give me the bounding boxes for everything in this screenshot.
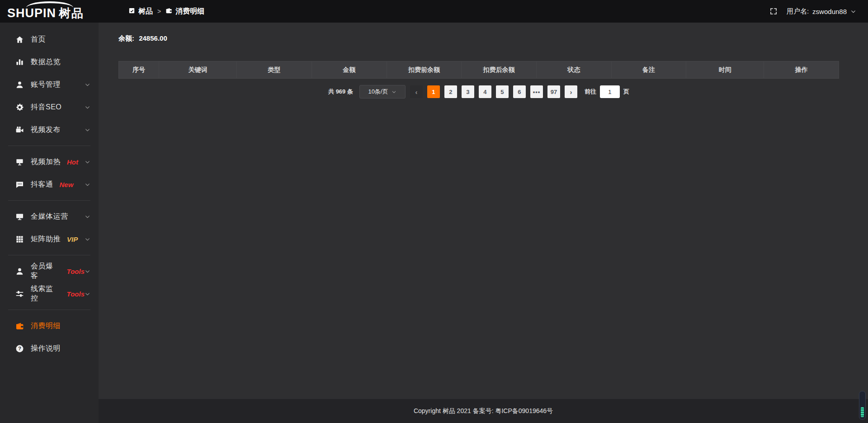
balance-value: 24856.00: [139, 34, 167, 42]
page-ellipsis-button[interactable]: •••: [530, 85, 543, 98]
breadcrumb-label: 消费明细: [175, 7, 204, 16]
pagination: 共 969 条 10条/页 ‹ 123456•••97 › 前往 页: [118, 85, 839, 99]
page-button-5[interactable]: 5: [496, 85, 509, 98]
page-button-97[interactable]: 97: [547, 85, 560, 98]
column-header-状态: 状态: [536, 61, 611, 79]
sidebar-item-视频发布[interactable]: 视频发布: [0, 118, 99, 141]
sidebar-item-label: 账号管理: [31, 80, 61, 89]
sidebar-item-视频加热[interactable]: 视频加热Hot: [0, 150, 99, 173]
svg-text:?: ?: [18, 346, 21, 351]
wallet-icon: [165, 7, 172, 16]
column-header-序号: 序号: [119, 61, 159, 79]
sidebar-item-抖客通[interactable]: 抖客通New: [0, 173, 99, 196]
chevron-down-icon: [85, 214, 90, 220]
sidebar-item-label: 视频加热: [31, 157, 61, 167]
chevron-down-icon: [85, 236, 90, 242]
chevron-down-icon: [85, 159, 90, 165]
wallet-icon: [15, 322, 24, 330]
sidebar-item-label: 抖音SEO: [31, 103, 61, 112]
sidebar-item-badge: Tools: [67, 290, 85, 298]
home-icon: [15, 35, 24, 44]
column-header-操作: 操作: [764, 61, 839, 79]
topbar-right: 用户名: zswodun88: [769, 7, 868, 16]
next-page-button[interactable]: ›: [565, 85, 577, 98]
sidebar-item-label: 消费明细: [31, 321, 61, 331]
footer: Copyright 树品 2021 备案号: 粤ICP备09019646号: [99, 399, 868, 423]
sidebar-item-操作说明[interactable]: ?操作说明: [0, 337, 99, 360]
sidebar-divider: [8, 146, 90, 146]
page-button-6[interactable]: 6: [513, 85, 526, 98]
sidebar-item-首页[interactable]: 首页: [0, 28, 99, 51]
sidebar-item-label: 线索监控: [31, 284, 61, 303]
column-header-类型: 类型: [237, 61, 312, 79]
balance-label: 余额:: [118, 34, 134, 42]
floating-service-widget[interactable]: [859, 391, 866, 420]
sidebar-item-账号管理[interactable]: 账号管理: [0, 73, 99, 96]
bar-chart-icon: [15, 58, 24, 66]
page-button-2[interactable]: 2: [444, 85, 457, 98]
sidebar-item-badge: VIP: [67, 235, 78, 243]
user-menu[interactable]: 用户名: zswodun88: [787, 7, 856, 16]
page-buttons: 123456•••97: [427, 85, 560, 98]
chevron-down-icon: [85, 104, 90, 110]
sliders-icon: [15, 290, 24, 298]
breadcrumb: 树品>消费明细: [128, 7, 204, 16]
sidebar-item-label: 会员爆客: [31, 262, 61, 281]
chevron-down-icon: [85, 127, 90, 133]
logo-arc-decoration: [26, 1, 73, 8]
sidebar-item-badge: Hot: [67, 158, 78, 166]
sidebar-item-会员爆客[interactable]: 会员爆客Tools: [0, 260, 99, 282]
goto-page: 前往 页: [585, 85, 629, 98]
sidebar-item-label: 矩阵助推: [31, 235, 61, 244]
page-size-select[interactable]: 10条/页: [359, 85, 406, 99]
sidebar-item-矩阵助推[interactable]: 矩阵助推VIP: [0, 228, 99, 250]
screen-icon: [15, 158, 24, 166]
sidebar-item-消费明细[interactable]: 消费明细: [0, 315, 99, 337]
chevron-down-icon: [85, 291, 90, 297]
page-button-1[interactable]: 1: [427, 85, 440, 98]
consumption-table: 序号关键词类型金额扣费前余额扣费后余额状态备注时间操作: [118, 61, 839, 79]
sidebar-divider: [8, 200, 90, 201]
sidebar-item-抖音SEO[interactable]: 抖音SEO: [0, 96, 99, 118]
sidebar: 首页数据总览账号管理抖音SEO视频发布视频加热Hot抖客通New全媒体运营矩阵助…: [0, 23, 99, 423]
sidebar-item-全媒体运营[interactable]: 全媒体运营: [0, 205, 99, 228]
chevron-down-icon: [85, 268, 90, 274]
question-circle-icon: ?: [15, 344, 24, 353]
chevron-down-icon: [85, 182, 90, 188]
user-icon: [15, 80, 24, 89]
page-size-value: 10条/页: [368, 88, 388, 96]
sidebar-item-label: 全媒体运营: [31, 212, 68, 221]
username-label: 用户名:: [787, 7, 809, 16]
column-header-扣费后余额: 扣费后余额: [462, 61, 537, 79]
column-header-关键词: 关键词: [159, 61, 237, 79]
chevron-down-icon: [392, 89, 396, 94]
goto-suffix: 页: [623, 88, 629, 96]
page-button-3[interactable]: 3: [462, 85, 474, 98]
logo-text-en: SHUPIN: [7, 6, 56, 20]
sidebar-item-线索监控[interactable]: 线索监控Tools: [0, 282, 99, 305]
breadcrumb-separator: >: [157, 8, 161, 15]
sidebar-item-label: 首页: [31, 35, 46, 44]
panel-icon: [128, 7, 135, 16]
fullscreen-icon[interactable]: [769, 7, 778, 15]
breadcrumb-item[interactable]: 树品: [128, 7, 153, 16]
chat-icon: [15, 180, 24, 189]
goto-page-input[interactable]: [600, 85, 620, 98]
top-bar: SHUPIN 树品 树品>消费明细 用户名: zswodun88: [0, 0, 868, 23]
grid-icon: [15, 235, 24, 244]
copyright-text: Copyright 树品 2021 备案号: 粤ICP备09019646号: [414, 407, 553, 415]
sidebar-item-label: 数据总览: [31, 57, 61, 67]
column-header-金额: 金额: [311, 61, 387, 79]
brand-logo: SHUPIN 树品: [0, 0, 99, 23]
breadcrumb-item[interactable]: 消费明细: [165, 7, 204, 16]
chevron-down-icon: [850, 9, 856, 14]
page-button-4[interactable]: 4: [479, 85, 491, 98]
sidebar-divider: [8, 255, 90, 255]
column-header-扣费前余额: 扣费前余额: [387, 61, 462, 79]
column-header-备注: 备注: [611, 61, 686, 79]
table-header-row: 序号关键词类型金额扣费前余额扣费后余额状态备注时间操作: [119, 61, 839, 79]
widget-stripes-decoration: [861, 407, 864, 417]
prev-page-button[interactable]: ‹: [410, 85, 423, 98]
sidebar-item-数据总览[interactable]: 数据总览: [0, 51, 99, 73]
balance-display: 余额: 24856.00: [118, 34, 839, 43]
